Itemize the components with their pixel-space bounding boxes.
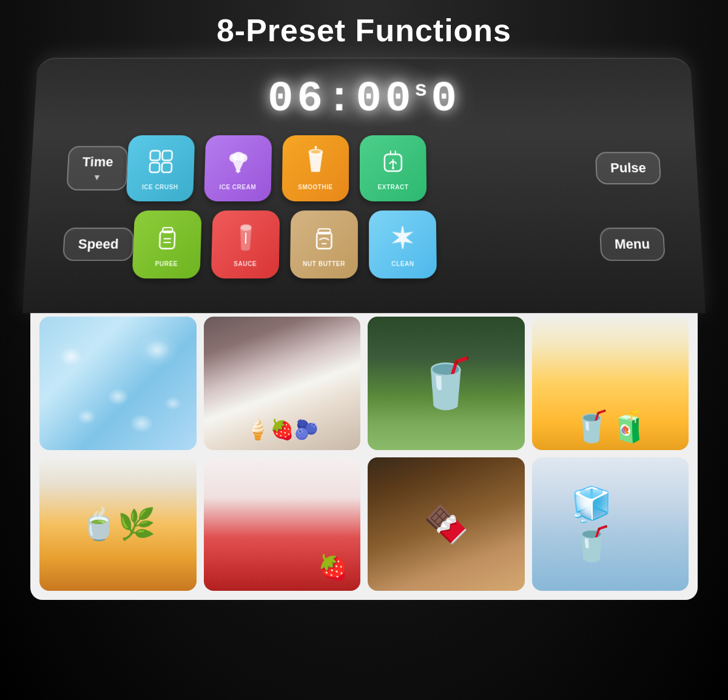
time-arrow: ▼ xyxy=(93,172,102,182)
presets-grid-bottom: PUREE SAUCE xyxy=(132,210,602,278)
svg-rect-1 xyxy=(162,151,172,161)
ice-crush-icon xyxy=(144,146,177,181)
preset-extract[interactable]: EXTRACT xyxy=(360,135,426,201)
extract-icon xyxy=(377,146,409,181)
ice-crush-label: ICE CRUSH xyxy=(142,184,178,190)
svg-point-19 xyxy=(241,225,251,230)
photo-smoothie xyxy=(368,317,525,450)
clean-icon xyxy=(386,221,419,258)
extract-label: EXTRACT xyxy=(378,184,409,190)
top-controls-row: Time ▼ ICE CRUSH xyxy=(66,135,662,201)
svg-rect-15 xyxy=(160,231,175,248)
photo-ice-cream xyxy=(204,317,361,450)
svg-rect-0 xyxy=(150,151,160,161)
menu-button[interactable]: Menu xyxy=(599,227,666,261)
display-superscript: s xyxy=(414,78,431,102)
sauce-icon xyxy=(229,221,262,258)
ice-cream-icon xyxy=(222,146,254,181)
preset-sauce[interactable]: SAUCE xyxy=(211,210,280,278)
photo-ice-cubes xyxy=(39,317,197,450)
svg-rect-21 xyxy=(317,232,331,248)
pulse-button-label: Pulse xyxy=(610,160,647,176)
puree-icon xyxy=(150,221,184,258)
preset-smoothie[interactable]: SMOOTHIE xyxy=(281,135,349,201)
nut-butter-label: NUT BUTTER xyxy=(303,260,345,267)
svg-rect-3 xyxy=(162,163,172,172)
svg-point-9 xyxy=(311,150,320,154)
display-extra: 0 xyxy=(431,75,461,123)
photo-nut-butter xyxy=(368,457,525,591)
svg-rect-2 xyxy=(150,163,160,172)
pulse-button[interactable]: Pulse xyxy=(595,152,661,184)
bottom-controls-row: Speed PUREE xyxy=(62,210,667,278)
sauce-label: SAUCE xyxy=(234,260,257,267)
smoothie-icon xyxy=(300,146,331,181)
preset-puree[interactable]: PUREE xyxy=(132,210,202,278)
presets-grid-top: ICE CRUSH ICE CREAM xyxy=(126,135,598,201)
photo-sauce xyxy=(204,457,361,591)
timer-display: 06:00s0 xyxy=(267,75,460,123)
speed-button[interactable]: Speed xyxy=(62,227,134,261)
speed-button-label: Speed xyxy=(78,237,119,252)
blender-panel: 06:00s0 Time ▼ xyxy=(22,58,706,314)
preset-clean[interactable]: CLEAN xyxy=(369,210,437,278)
display-time: 06:00 xyxy=(267,75,414,123)
photo-clean xyxy=(532,457,689,591)
smoothie-label: SMOOTHIE xyxy=(298,184,332,190)
puree-label: PUREE xyxy=(155,260,178,267)
photo-grid xyxy=(30,308,698,600)
svg-point-14 xyxy=(392,167,394,169)
page-title: 8-Preset Functions xyxy=(217,12,511,49)
page-wrapper: 8-Preset Functions 06:00s0 Time ▼ xyxy=(0,0,728,700)
svg-rect-7 xyxy=(235,170,240,172)
time-button[interactable]: Time ▼ xyxy=(66,146,128,190)
svg-point-11 xyxy=(314,146,317,149)
ice-cream-label: ICE CREAM xyxy=(219,184,256,190)
preset-ice-crush[interactable]: ICE CRUSH xyxy=(126,135,195,201)
photo-juice xyxy=(532,317,689,450)
preset-ice-cream[interactable]: ICE CREAM xyxy=(204,135,272,201)
time-button-label: Time xyxy=(82,154,113,170)
clean-label: CLEAN xyxy=(391,260,414,267)
photo-puree xyxy=(39,457,197,591)
menu-button-label: Menu xyxy=(615,237,650,252)
nut-butter-icon xyxy=(308,221,340,258)
preset-nut-butter[interactable]: NUT BUTTER xyxy=(290,210,358,278)
